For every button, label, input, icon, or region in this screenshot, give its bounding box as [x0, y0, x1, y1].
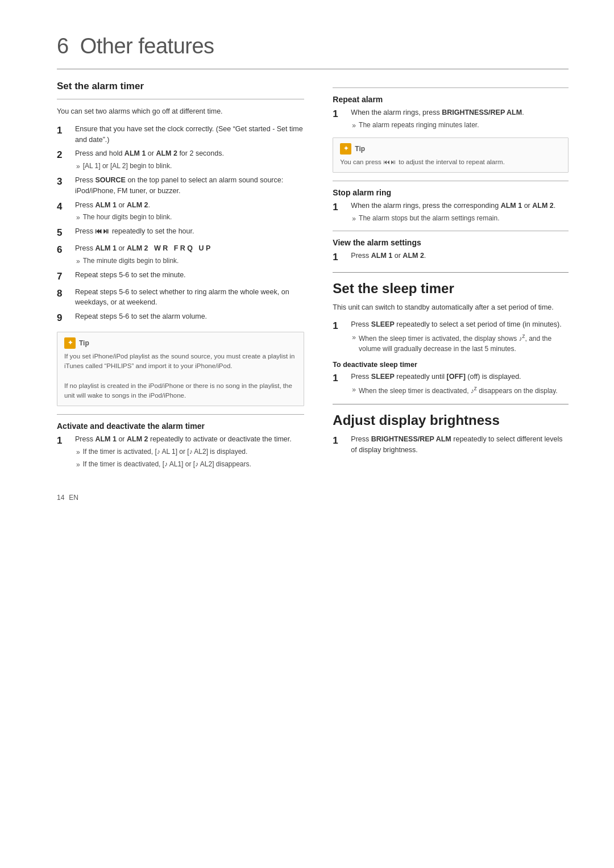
activate-section: Activate and deactivate the alarm timer …	[57, 414, 304, 470]
view-alarm-step-1: 1 Press ALM 1 or ALM 2.	[333, 251, 569, 264]
view-alarm-steps: 1 Press ALM 1 or ALM 2.	[333, 251, 569, 264]
chapter-number: 6	[57, 34, 69, 58]
adjust-brightness-title: Adjust display brightness	[333, 412, 569, 428]
repeat-alarm-title: Repeat alarm	[333, 95, 569, 104]
brightness-step-1: 1 Press BRIGHTNESS/REP ALM repeatedly to…	[333, 434, 569, 456]
adjust-brightness-steps: 1 Press BRIGHTNESS/REP ALM repeatedly to…	[333, 434, 569, 456]
page-footer: 14 EN	[57, 494, 569, 502]
alarm-timer-section: Set the alarm timer You can set two alar…	[57, 81, 304, 406]
step-1: 1 Ensure that you have set the clock cor…	[57, 124, 304, 145]
footer-lang: EN	[69, 494, 78, 502]
step-4: 4 Press ALM 1 or ALM 2. » The hour digit…	[57, 200, 304, 223]
step-9: 9 Repeat steps 5-6 to set the alarm volu…	[57, 311, 304, 325]
left-column: Set the alarm timer You can set two alar…	[57, 81, 304, 477]
footer-page-num: 14	[57, 494, 64, 502]
sleep-timer-intro: This unit can switch to standby automati…	[333, 302, 569, 313]
sleep-timer-section: Set the sleep timer This unit can switch…	[333, 272, 569, 396]
step-7: 7 Repeat steps 5-6 to set the minute.	[57, 270, 304, 283]
activate-step-1: 1 Press ALM 1 or ALM 2 repeatedly to act…	[57, 434, 304, 470]
page-title: 6 Other features	[57, 34, 569, 69]
step-8: 8 Repeat steps 5-6 to select whether to …	[57, 287, 304, 308]
right-column: Repeat alarm 1 When the alarm rings, pre…	[333, 81, 569, 477]
step-3: 3 Press SOURCE on the top panel to selec…	[57, 175, 304, 197]
deactivate-steps: 1 Press SLEEP repeatedly until [OFF] (of…	[333, 372, 569, 396]
step-5: 5 Press ⏮⏯ repeatedly to set the hour.	[57, 226, 304, 240]
alarm-timer-steps: 1 Ensure that you have set the clock cor…	[57, 124, 304, 325]
activate-steps: 1 Press ALM 1 or ALM 2 repeatedly to act…	[57, 434, 304, 470]
view-alarm-section: View the alarm settings 1 Press ALM 1 or…	[333, 231, 569, 264]
sleep-step-1: 1 Press SLEEP repeatedly to select a set…	[333, 319, 569, 354]
tip-icon-2: ✦	[340, 143, 351, 155]
deactivate-sleep-section: To deactivate sleep timer 1 Press SLEEP …	[333, 361, 569, 396]
alarm-timer-title: Set the alarm timer	[57, 81, 304, 92]
deactivate-step-1: 1 Press SLEEP repeatedly until [OFF] (of…	[333, 372, 569, 396]
sleep-timer-steps: 1 Press SLEEP repeatedly to select a set…	[333, 319, 569, 354]
repeat-alarm-step-1: 1 When the alarm rings, press BRIGHTNESS…	[333, 107, 569, 131]
repeat-alarm-section: Repeat alarm 1 When the alarm rings, pre…	[333, 87, 569, 173]
chapter-title-text: Other features	[80, 34, 214, 58]
alarm-timer-tip: ✦ Tip If you set iPhone/iPod playlist as…	[57, 332, 304, 406]
tip-icon: ✦	[64, 337, 76, 349]
stop-alarm-steps: 1 When the alarm rings, press the corres…	[333, 201, 569, 224]
stop-alarm-section: Stop alarm ring 1 When the alarm rings, …	[333, 181, 569, 224]
sleep-timer-title: Set the sleep timer	[333, 281, 569, 297]
stop-alarm-title: Stop alarm ring	[333, 188, 569, 197]
view-alarm-title: View the alarm settings	[333, 238, 569, 247]
adjust-brightness-section: Adjust display brightness 1 Press BRIGHT…	[333, 404, 569, 456]
deactivate-label: To deactivate sleep timer	[333, 361, 569, 369]
stop-alarm-step-1: 1 When the alarm rings, press the corres…	[333, 201, 569, 224]
step-6: 6 Press ALM 1 or ALM 2 W R F R Q U P » T…	[57, 243, 304, 266]
step-2: 2 Press and hold ALM 1 or ALM 2 for 2 se…	[57, 148, 304, 172]
activate-title: Activate and deactivate the alarm timer	[57, 422, 304, 431]
repeat-alarm-steps: 1 When the alarm rings, press BRIGHTNESS…	[333, 107, 569, 131]
alarm-timer-intro: You can set two alarms which go off at d…	[57, 106, 304, 117]
repeat-alarm-tip: ✦ Tip You can press ⏮⏯ to adjust the int…	[333, 137, 569, 173]
